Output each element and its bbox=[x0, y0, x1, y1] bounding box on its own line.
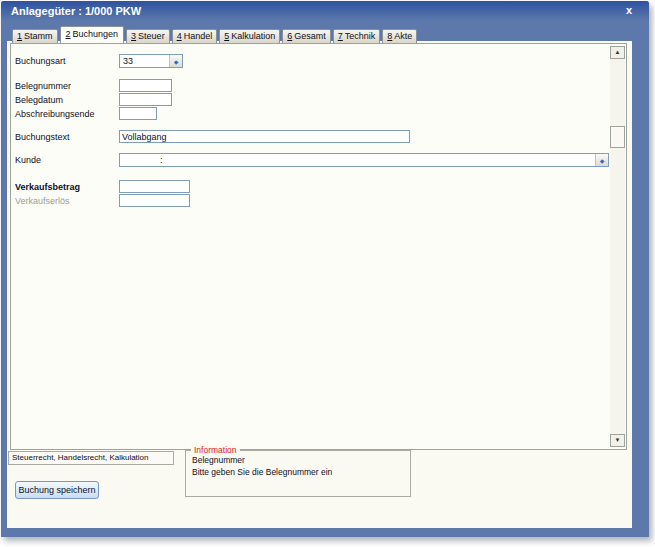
tab-mnemonic: 5 bbox=[224, 31, 229, 41]
tab-kalkulation[interactable]: 5Kalkulation bbox=[219, 29, 280, 43]
dropdown-icon[interactable]: ◆ bbox=[595, 154, 608, 166]
tab-gesamt[interactable]: 6Gesamt bbox=[282, 29, 331, 43]
kunde-value: : bbox=[120, 154, 595, 166]
abschreibungsende-label: Abschreibungsende bbox=[15, 109, 95, 119]
tab-mnemonic: 2 bbox=[66, 29, 71, 39]
close-icon[interactable]: x bbox=[622, 3, 636, 18]
belegnummer-label: Belegnummer bbox=[15, 81, 71, 91]
scrollbar-thumb[interactable] bbox=[610, 126, 625, 148]
tab-label: Kalkulation bbox=[231, 31, 275, 41]
information-title: Information bbox=[191, 445, 240, 455]
buchungsart-label: Buchungsart bbox=[15, 56, 66, 66]
tab-label: Technik bbox=[345, 31, 376, 41]
tab-technik[interactable]: 7Technik bbox=[333, 29, 381, 43]
window-title: Anlagegüter : 1/000 PKW bbox=[11, 5, 141, 17]
tab-label: Handel bbox=[184, 31, 213, 41]
verkaufserloes-label: Verkaufserlös bbox=[15, 196, 70, 206]
tab-strip: 1Stamm 2Buchungen 3Steuer 4Handel 5Kalku… bbox=[12, 26, 419, 43]
window-body: Buchungsart 33 ◆ Belegnummer Belegdatum … bbox=[7, 41, 632, 528]
anlagegueter-window: Anlagegüter : 1/000 PKW x 1Stamm 2Buchun… bbox=[1, 1, 649, 537]
tab-handel[interactable]: 4Handel bbox=[172, 29, 218, 43]
scroll-down-icon[interactable]: ▼ bbox=[610, 434, 625, 447]
kunde-label: Kunde bbox=[15, 155, 41, 165]
tab-label: Steuer bbox=[138, 31, 165, 41]
verkaufserloes-input[interactable] bbox=[119, 194, 190, 207]
information-hint-text: Bitte geben Sie die Belegnummer ein bbox=[192, 467, 332, 477]
buchungstext-input[interactable] bbox=[119, 130, 410, 143]
verkaufsbetrag-input[interactable] bbox=[119, 180, 190, 193]
tab-mnemonic: 1 bbox=[17, 31, 22, 41]
tab-mnemonic: 7 bbox=[338, 31, 343, 41]
scroll-up-icon[interactable]: ▲ bbox=[610, 46, 625, 59]
window-titlebar[interactable]: Anlagegüter : 1/000 PKW x bbox=[1, 1, 649, 21]
buchungsart-value: 33 bbox=[120, 55, 169, 67]
information-field-name: Belegnummer bbox=[192, 455, 245, 465]
tab-buchungen[interactable]: 2Buchungen bbox=[60, 26, 125, 43]
tab-label: Stamm bbox=[24, 31, 53, 41]
dropdown-icon[interactable]: ◆ bbox=[169, 55, 182, 67]
tab-mnemonic: 6 bbox=[287, 31, 292, 41]
tab-label: Akte bbox=[394, 31, 412, 41]
tab-mnemonic: 8 bbox=[387, 31, 392, 41]
rights-summary-list[interactable]: Steuerrecht, Handelsrecht, Kalkulation bbox=[8, 451, 174, 465]
tab-akte[interactable]: 8Akte bbox=[382, 29, 417, 43]
tab-label: Gesamt bbox=[294, 31, 326, 41]
buchungen-tab-page: Buchungsart 33 ◆ Belegnummer Belegdatum … bbox=[10, 43, 627, 450]
tab-mnemonic: 3 bbox=[131, 31, 136, 41]
vertical-scrollbar[interactable]: ▲ ▼ bbox=[610, 46, 625, 447]
information-groupbox: Information Belegnummer Bitte geben Sie … bbox=[185, 450, 411, 497]
tab-label: Buchungen bbox=[73, 29, 119, 39]
tab-mnemonic: 4 bbox=[177, 31, 182, 41]
save-booking-button[interactable]: Buchung speichern bbox=[15, 481, 99, 499]
belegnummer-input[interactable] bbox=[119, 79, 172, 92]
tab-stamm[interactable]: 1Stamm bbox=[12, 29, 58, 43]
kunde-select[interactable]: : ◆ bbox=[119, 153, 609, 167]
tab-steuer[interactable]: 3Steuer bbox=[126, 29, 170, 43]
abschreibungsende-input[interactable] bbox=[119, 107, 157, 120]
buchungsart-select[interactable]: 33 ◆ bbox=[119, 54, 183, 68]
belegdatum-label: Belegdatum bbox=[15, 95, 63, 105]
buchungstext-label: Buchungstext bbox=[15, 132, 70, 142]
verkaufsbetrag-label: Verkaufsbetrag bbox=[15, 182, 80, 192]
belegdatum-input[interactable] bbox=[119, 93, 172, 106]
